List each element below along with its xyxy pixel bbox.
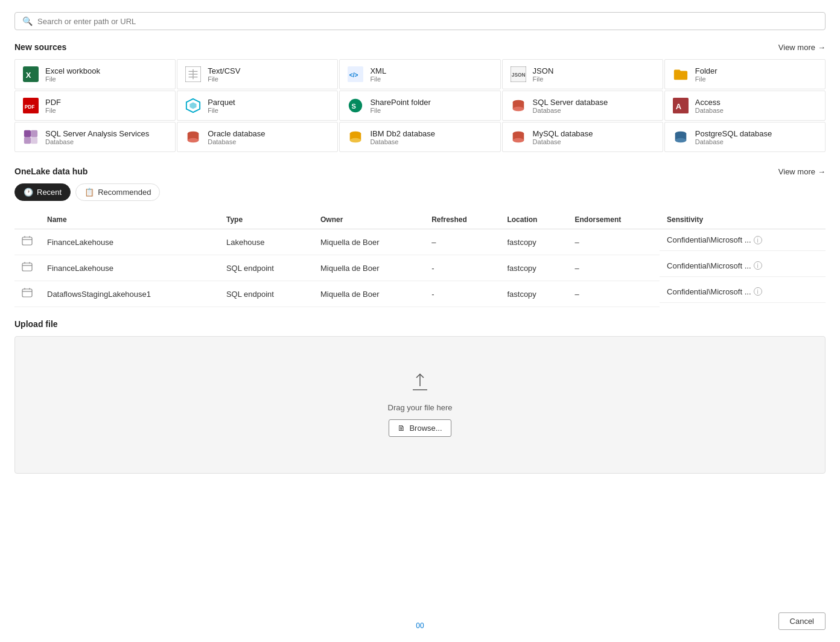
row-location: fastcopy: [500, 229, 567, 255]
svg-rect-22: [24, 130, 31, 137]
svg-text:JSON: JSON: [511, 72, 525, 78]
row-owner: Miquella de Boer: [313, 255, 424, 281]
source-xml[interactable]: </> XML File: [339, 59, 500, 89]
xml-icon: </>: [347, 66, 364, 83]
source-excel[interactable]: X Excel workbook File: [14, 59, 176, 89]
db2-icon: [347, 129, 364, 145]
table-row[interactable]: FinanceLakehouse Lakehouse Miquella de B…: [14, 229, 826, 255]
row-type: Lakehouse: [219, 229, 313, 255]
svg-text:X: X: [26, 71, 31, 80]
upload-arrow-icon: [410, 373, 430, 396]
source-sharepoint[interactable]: S SharePoint folder File: [339, 91, 500, 121]
svg-point-28: [188, 138, 199, 142]
svg-point-31: [350, 138, 361, 142]
upload-section: Upload file Drag your file here 🗎 Browse…: [14, 319, 826, 474]
svg-rect-25: [31, 137, 37, 144]
oracle-icon: [185, 129, 202, 145]
svg-text:PDF: PDF: [25, 104, 35, 110]
sqlserver-icon: [510, 97, 527, 114]
source-sharepoint-type: File: [370, 107, 430, 114]
source-excel-type: File: [45, 75, 100, 83]
search-input[interactable]: [37, 17, 818, 26]
svg-point-37: [675, 138, 687, 142]
tab-recommended-label: Recommended: [98, 188, 151, 197]
onelake-view-more[interactable]: View more →: [778, 167, 826, 176]
source-oracle-type: Database: [208, 138, 265, 145]
source-csv[interactable]: Text/CSV File: [177, 59, 338, 89]
source-sqlserver[interactable]: SQL Server database Database: [502, 91, 663, 121]
col-type: Type: [219, 211, 313, 229]
source-xml-type: File: [370, 75, 386, 83]
source-postgres[interactable]: PostgreSQL database Database: [664, 122, 826, 152]
onelake-arrow-icon: →: [818, 167, 826, 176]
row-icon: [14, 229, 40, 255]
row-sensitivity: Confidential\Microsoft ... i: [660, 255, 826, 277]
source-oracle[interactable]: Oracle database Database: [177, 122, 338, 152]
svg-rect-42: [22, 263, 32, 271]
svg-text:</>: </>: [349, 72, 358, 78]
sharepoint-icon: S: [347, 97, 364, 114]
source-pdf-name: PDF: [45, 98, 61, 107]
browse-button[interactable]: 🗎 Browse...: [389, 419, 451, 437]
source-pdf[interactable]: PDF PDF File: [14, 91, 176, 121]
row-refreshed: -: [424, 255, 500, 281]
source-access-type: Database: [695, 107, 724, 114]
source-postgres-type: Database: [695, 138, 772, 145]
search-bar[interactable]: 🔍: [14, 12, 826, 30]
source-excel-name: Excel workbook: [45, 66, 100, 75]
col-location: Location: [500, 211, 567, 229]
source-sharepoint-name: SharePoint folder: [370, 98, 430, 107]
row-icon: [14, 281, 40, 307]
svg-marker-14: [190, 102, 197, 109]
svg-rect-24: [24, 137, 31, 144]
excel-icon: X: [22, 66, 39, 83]
tab-recent-label: Recent: [37, 188, 62, 197]
row-endorsement: –: [568, 255, 660, 281]
row-name: FinanceLakehouse: [40, 229, 219, 255]
row-refreshed: -: [424, 281, 500, 307]
tab-recommended[interactable]: 📋 Recommended: [75, 183, 160, 201]
table-row[interactable]: FinanceLakehouse SQL endpoint Miquella d…: [14, 255, 826, 281]
ssas-icon: [22, 129, 39, 145]
row-sensitivity: Confidential\Microsoft ... i: [660, 281, 826, 303]
tab-group: 🕐 Recent 📋 Recommended: [14, 183, 826, 201]
source-sqlserver-type: Database: [533, 107, 608, 114]
row-endorsement: –: [568, 281, 660, 307]
source-db2[interactable]: IBM Db2 database Database: [339, 122, 500, 152]
row-name: DataflowsStagingLakehouse1: [40, 281, 219, 307]
folder-icon: [672, 66, 689, 83]
source-json-name: JSON: [533, 66, 554, 75]
source-access[interactable]: A Access Database: [664, 91, 826, 121]
source-mysql[interactable]: MySQL database Database: [502, 122, 663, 152]
row-refreshed: –: [424, 229, 500, 255]
source-json[interactable]: JSON JSON File: [502, 59, 663, 89]
source-json-type: File: [533, 75, 554, 83]
new-sources-header: New sources View more →: [14, 42, 826, 52]
source-db2-name: IBM Db2 database: [370, 129, 435, 138]
cancel-button[interactable]: Cancel: [778, 612, 826, 630]
postgres-icon: [672, 129, 689, 145]
table-row[interactable]: DataflowsStagingLakehouse1 SQL endpoint …: [14, 281, 826, 307]
source-sqlserver-name: SQL Server database: [533, 98, 608, 107]
recommended-icon: 📋: [84, 188, 94, 197]
row-owner: Miquella de Boer: [313, 281, 424, 307]
upload-area[interactable]: Drag your file here 🗎 Browse...: [14, 336, 826, 474]
sources-grid: X Excel workbook File Text/CSV Fil: [14, 59, 826, 152]
source-folder[interactable]: Folder File: [664, 59, 826, 89]
source-xml-name: XML: [370, 66, 386, 75]
source-db2-type: Database: [370, 138, 435, 145]
table-header-row: Name Type Owner Refreshed Location Endor…: [14, 211, 826, 229]
row-location: fastcopy: [500, 255, 567, 281]
csv-icon: [185, 66, 202, 83]
tab-recent[interactable]: 🕐 Recent: [14, 183, 71, 201]
upload-header: Upload file: [14, 319, 826, 329]
source-ssas[interactable]: SQL Server Analysis Services Database: [14, 122, 176, 152]
arrow-right-icon: →: [818, 43, 826, 52]
source-mysql-type: Database: [533, 138, 593, 145]
new-sources-view-more[interactable]: View more →: [778, 43, 826, 52]
row-endorsement: –: [568, 229, 660, 255]
source-csv-type: File: [208, 75, 240, 83]
source-parquet[interactable]: Parquet File: [177, 91, 338, 121]
row-icon: [14, 255, 40, 281]
svg-text:A: A: [675, 102, 681, 111]
